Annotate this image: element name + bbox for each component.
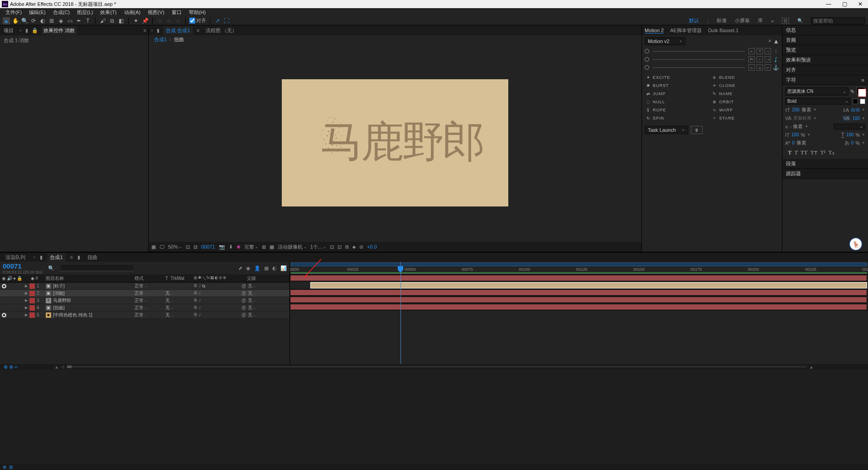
tool-warp[interactable]: ∿WARP bbox=[709, 106, 775, 114]
anchor-tl[interactable]: ⌐ bbox=[748, 48, 755, 54]
exposure-value[interactable]: +0.0 bbox=[367, 244, 377, 249]
lock-icon[interactable]: 🔒 bbox=[32, 28, 38, 34]
menu-help[interactable]: 帮助(H) bbox=[186, 9, 208, 16]
graph-editor-icon[interactable]: 📊 bbox=[280, 265, 287, 271]
snapshot-icon[interactable]: 📷 bbox=[219, 244, 225, 250]
hscale-value[interactable]: 100 bbox=[846, 132, 854, 137]
alpha-toggle-icon[interactable]: ▦ bbox=[151, 244, 156, 250]
blend-mode-dropdown[interactable]: 正常 ⌄ bbox=[135, 305, 148, 311]
panel-menu-icon[interactable]: ≡ bbox=[197, 28, 199, 33]
maximize-icon[interactable]: ▢ bbox=[842, 1, 847, 7]
workspace-default[interactable]: 默认 bbox=[689, 17, 699, 24]
guides-icon[interactable]: ▦ bbox=[270, 244, 274, 250]
tab-composition[interactable]: 合成 合成1 bbox=[163, 26, 193, 35]
label-color-swatch[interactable] bbox=[29, 283, 35, 289]
label-color-swatch[interactable] bbox=[29, 291, 35, 296]
canvas-area[interactable]: 马鹿野郎 bbox=[149, 43, 641, 242]
tab-motion2[interactable]: Motion 2 bbox=[645, 28, 664, 34]
anchor-radio-2[interactable] bbox=[645, 57, 649, 62]
bold-button[interactable]: T bbox=[788, 149, 792, 156]
blend-mode-dropdown[interactable]: 正常 ⌄ bbox=[135, 290, 148, 297]
anchor-radio-1[interactable] bbox=[645, 49, 649, 53]
hand-tool-icon[interactable]: ✋ bbox=[12, 17, 19, 24]
visibility-toggle-icon[interactable] bbox=[2, 313, 6, 317]
anchor-ml[interactable]: ⊢ bbox=[748, 56, 755, 62]
eyedropper-icon[interactable]: ✎ bbox=[850, 89, 854, 95]
tab-flowchart[interactable]: 流程图 （无） bbox=[203, 26, 240, 35]
status-icon-1[interactable]: ⊕ bbox=[3, 465, 6, 470]
timeline-track[interactable] bbox=[290, 289, 868, 296]
pan-behind-icon[interactable]: ◈ bbox=[57, 17, 64, 24]
anchor-radio-3[interactable] bbox=[645, 65, 649, 70]
stroke-color-swatch[interactable] bbox=[858, 89, 866, 97]
zoom-dropdown[interactable]: 50% ⌄ bbox=[168, 244, 182, 249]
blend-mode-dropdown[interactable]: 正常 ⌄ bbox=[135, 312, 148, 318]
layer-name[interactable]: [中间色橙色 纯色 1] bbox=[53, 312, 92, 318]
stroke-width-value[interactable]: - 像素 bbox=[790, 123, 803, 130]
switch-fx[interactable]: fx bbox=[203, 284, 206, 288]
tool-rope[interactable]: §ROPE bbox=[643, 106, 709, 114]
comp-mini-flowchart-icon[interactable]: ⬈ bbox=[238, 265, 242, 271]
menu-window[interactable]: 窗口 bbox=[169, 9, 184, 16]
menu-edit[interactable]: 编辑(E) bbox=[26, 9, 48, 16]
blend-mode-dropdown[interactable]: 正常 ⌄ bbox=[135, 297, 148, 304]
reset-exposure-icon[interactable]: ⊘ bbox=[359, 244, 363, 250]
views-dropdown[interactable]: 1个... ⌄ bbox=[310, 244, 326, 250]
layer-name[interactable]: 马鹿野郎 bbox=[53, 297, 71, 304]
pen-tool-icon[interactable]: ✒ bbox=[75, 17, 82, 24]
eraser-tool-icon[interactable]: ◧ bbox=[117, 17, 125, 24]
selection-tool-icon[interactable]: ▲ bbox=[3, 17, 10, 24]
display-icon[interactable]: 🖵 bbox=[159, 244, 164, 249]
label-color-swatch[interactable] bbox=[29, 305, 35, 311]
workspace-standard[interactable]: 标准 bbox=[717, 17, 727, 24]
baseline-value[interactable]: 0 bbox=[792, 140, 795, 145]
playhead[interactable] bbox=[400, 262, 401, 364]
anchor-tr[interactable]: ¬ bbox=[765, 48, 771, 54]
clone-stamp-icon[interactable]: ⧉ bbox=[108, 17, 116, 24]
bookmark-icon[interactable]: ▮ bbox=[40, 254, 43, 260]
camera-dropdown[interactable]: 活动摄像机 ⌄ bbox=[278, 244, 307, 250]
minimize-icon[interactable]: — bbox=[826, 1, 831, 7]
switch-collapse[interactable]: / bbox=[199, 306, 201, 310]
switch-collapse[interactable]: / bbox=[199, 298, 201, 303]
tab-project[interactable]: 项目 bbox=[2, 26, 15, 35]
tool-stare[interactable]: ✧STARE bbox=[709, 114, 775, 122]
layer-name[interactable]: [粒子] bbox=[53, 283, 65, 289]
search-input[interactable] bbox=[811, 17, 865, 24]
panel-paragraph[interactable]: 段落 bbox=[782, 159, 868, 169]
puppet-tool-icon[interactable]: 📌 bbox=[141, 17, 149, 24]
tool-excite[interactable]: ✦EXCITE bbox=[643, 73, 709, 82]
draft3d-icon[interactable]: ◉ bbox=[246, 265, 251, 271]
parent-dropdown[interactable]: 无 ⌄ bbox=[248, 290, 256, 297]
parent-dropdown[interactable]: 无 ⌄ bbox=[248, 312, 256, 318]
resolution-icon[interactable]: ⊡ bbox=[186, 244, 190, 250]
snapping-ext-icon[interactable]: ⛶ bbox=[223, 17, 230, 24]
zoom-tool-icon[interactable]: 🔍 bbox=[21, 17, 28, 24]
layer-row[interactable]: ▶2▣[消散]正常 ⌄无 ⌄单 /@ 无 ⌄ bbox=[0, 290, 289, 297]
brush-tool-icon[interactable]: 🖌 bbox=[99, 17, 106, 24]
composition-canvas[interactable]: 马鹿野郎 bbox=[282, 79, 508, 206]
orbit-tool-icon[interactable]: ⟳ bbox=[30, 17, 37, 24]
timeline-track[interactable] bbox=[290, 274, 868, 282]
font-size-value[interactable]: 200 bbox=[792, 107, 800, 112]
switch-shy[interactable]: 单 bbox=[193, 297, 198, 303]
parent-pickwhip-icon[interactable]: @ bbox=[241, 312, 246, 317]
layer-duration-bar[interactable] bbox=[290, 289, 867, 296]
layer-row[interactable]: ▶5■[中间色橙色 纯色 1]正常 ⌄无 ⌄单 /@ 无 ⌄ bbox=[0, 312, 289, 319]
col-layer-name[interactable]: 图层名称 bbox=[44, 275, 135, 282]
anchor-tc[interactable]: ⊤ bbox=[757, 48, 763, 54]
layer-name[interactable]: [扭曲] bbox=[53, 305, 65, 311]
smallcaps-button[interactable]: Tᴛ bbox=[810, 149, 818, 156]
timeline-zoom-slider[interactable]: ⊕ ⊕ ‹› ▲ ◇ ▲ bbox=[0, 364, 868, 369]
allcaps-button[interactable]: TT bbox=[800, 149, 808, 156]
roto-brush-icon[interactable]: ✦ bbox=[132, 17, 140, 24]
switch-shy[interactable]: 单 bbox=[193, 290, 198, 296]
switch-shy[interactable]: 单 bbox=[193, 312, 198, 318]
layer-duration-bar[interactable] bbox=[290, 304, 867, 310]
anchor-slider-1[interactable] bbox=[653, 51, 745, 52]
font-weight-dropdown[interactable]: Bold⌄ bbox=[785, 98, 851, 105]
stroke-style-dropdown[interactable]: ⌄ bbox=[834, 124, 865, 129]
parent-dropdown[interactable]: 无 ⌄ bbox=[248, 297, 256, 304]
breadcrumb-comp1[interactable]: 合成1 bbox=[154, 36, 167, 43]
layer-duration-bar[interactable] bbox=[310, 282, 867, 288]
